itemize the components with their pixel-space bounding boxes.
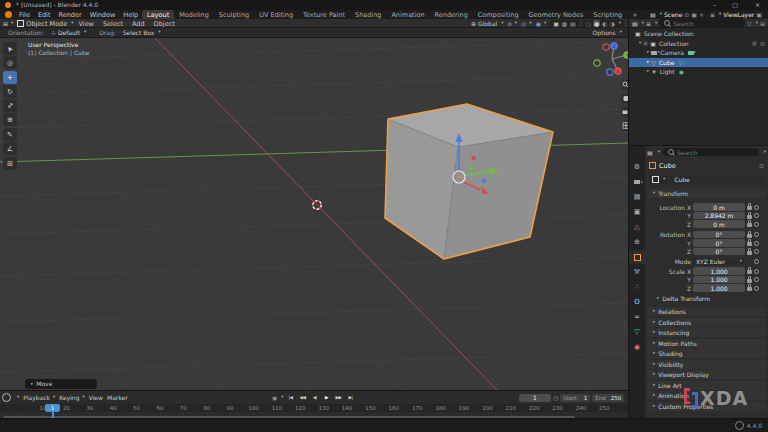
auto-key-icon[interactable]: ◉: [272, 394, 277, 401]
tab-compositing[interactable]: Compositing: [473, 10, 524, 20]
navigation-gizmo[interactable]: ZYX: [594, 42, 628, 75]
rotation-y-field[interactable]: 0°: [693, 239, 745, 247]
outliner-row-collection[interactable]: ▾ ✓ ▣ Collection ✓ ⊙: [629, 39, 768, 48]
menu-select[interactable]: Select: [99, 20, 127, 28]
animate-dot-icon[interactable]: [754, 259, 759, 264]
tab-sculpting[interactable]: Sculpting: [214, 10, 254, 20]
location-x-field[interactable]: 0 m: [693, 203, 745, 211]
add-workspace-button[interactable]: +: [627, 10, 642, 20]
menu-window[interactable]: Window: [86, 11, 120, 19]
menu-playback[interactable]: Playback▾: [23, 394, 55, 401]
tab-texture-paint[interactable]: Texture Paint: [298, 10, 350, 20]
rotation-mode-dropdown[interactable]: XYZ Euler ▾: [693, 258, 745, 266]
lock-icon[interactable]: [747, 270, 752, 274]
outliner-editor-icon[interactable]: ▤: [632, 20, 638, 27]
tool-annotate[interactable]: ✎: [3, 128, 17, 141]
menu-object[interactable]: Object: [150, 20, 179, 28]
lock-icon[interactable]: [747, 251, 752, 255]
expand-caret-icon[interactable]: ▸: [647, 69, 649, 74]
tool-scale[interactable]: ↕: [3, 99, 17, 112]
viewlayer-name[interactable]: ViewLayer: [723, 11, 754, 18]
app-menu-icon[interactable]: [5, 11, 12, 18]
tab-material[interactable]: ◉: [629, 340, 645, 354]
menu-view-timeline[interactable]: View: [89, 394, 103, 401]
new-collection-icon[interactable]: ⊞: [760, 20, 765, 27]
lock-icon[interactable]: [747, 279, 752, 283]
outliner-row-scene-collection[interactable]: ▣ Scene Collection: [629, 29, 768, 38]
next-keyframe-button[interactable]: ▶▶: [334, 393, 344, 402]
panel-shading[interactable]: ▸Shading: [647, 349, 766, 358]
scale-x-field[interactable]: 1.000: [693, 267, 745, 275]
scene-name[interactable]: Scene: [664, 11, 682, 18]
expand-caret-icon[interactable]: ▸: [647, 50, 649, 55]
proportional-edit-toggle[interactable]: ◎▾: [521, 20, 532, 27]
scale-y-field[interactable]: 1.000: [693, 276, 745, 284]
nav-axis-y-neg[interactable]: [594, 60, 600, 66]
tab-tool[interactable]: ⚙: [629, 160, 645, 174]
end-frame-field[interactable]: End250: [592, 394, 624, 402]
collapse-caret-icon[interactable]: ▾: [639, 41, 641, 46]
panel-motion-paths[interactable]: ▸Motion Paths: [647, 339, 766, 348]
menu-file[interactable]: File: [15, 11, 34, 19]
tab-object-data[interactable]: ▽: [629, 325, 645, 339]
animate-dot-icon[interactable]: [754, 232, 759, 237]
tool-measure[interactable]: ∠: [3, 142, 17, 155]
menu-help[interactable]: Help: [119, 11, 142, 19]
expand-caret-icon[interactable]: ▸: [647, 60, 649, 65]
animate-dot-icon[interactable]: [754, 269, 759, 274]
pivot-point-dropdown[interactable]: ◉▾: [536, 20, 547, 27]
keying-clock-icon[interactable]: ◷: [553, 394, 558, 401]
tab-uv-editing[interactable]: UV Editing: [254, 10, 298, 20]
lock-icon[interactable]: [747, 234, 752, 238]
tab-scene[interactable]: △: [629, 220, 645, 234]
playhead-frame-badge[interactable]: 1: [45, 404, 60, 412]
tab-physics[interactable]: ʘ: [629, 295, 645, 309]
play-button[interactable]: ▶: [322, 393, 332, 402]
shading-wireframe-icon[interactable]: ○: [586, 20, 591, 27]
cube-object[interactable]: [385, 104, 553, 259]
snap-toggle[interactable]: ∩▾: [507, 20, 517, 27]
tool-move[interactable]: +: [3, 71, 17, 84]
viewlayer-browse-icon[interactable]: ≡: [710, 11, 715, 18]
tab-modifiers[interactable]: ⚒: [629, 265, 645, 279]
prev-keyframe-button[interactable]: ◀◀: [298, 393, 308, 402]
properties-search-input[interactable]: Search: [663, 148, 759, 156]
start-frame-field[interactable]: Start1: [560, 394, 590, 402]
lock-icon[interactable]: [747, 215, 752, 219]
viewlayer-selector[interactable]: ≡▾ ViewLayer ▣: [710, 11, 762, 18]
location-y-field[interactable]: 2.8942 m: [693, 212, 745, 220]
outliner-display-mode-icon[interactable]: ≡: [646, 20, 651, 27]
unlink-scene-icon[interactable]: ×: [699, 11, 704, 18]
properties-editor-icon[interactable]: ▤: [647, 149, 653, 156]
animate-dot-icon[interactable]: [754, 241, 759, 246]
timeline-ruler[interactable]: 1020304050607080901001101201301401501601…: [0, 404, 628, 412]
panel-collections[interactable]: ▸Collections: [647, 318, 766, 327]
animate-dot-icon[interactable]: [754, 213, 759, 218]
timeline-editor-icon[interactable]: [2, 393, 11, 402]
tab-view-layer[interactable]: ▣: [629, 205, 645, 219]
tab-render[interactable]: [629, 175, 645, 189]
menu-view[interactable]: View: [75, 20, 98, 28]
rotation-x-field[interactable]: 0°: [693, 231, 745, 239]
jump-to-end-button[interactable]: ▶|: [346, 393, 356, 402]
animate-dot-icon[interactable]: [754, 277, 759, 282]
exclude-checkbox[interactable]: ✓: [752, 41, 757, 46]
outliner-row-light[interactable]: ▸ ☀ Light ◉ ⊙: [629, 67, 768, 76]
close-button[interactable]: ×: [755, 1, 760, 8]
tab-rendering[interactable]: Rendering: [430, 10, 473, 20]
menu-edit[interactable]: Edit: [34, 11, 55, 19]
tab-particles[interactable]: ∴: [629, 280, 645, 294]
tab-geometry-nodes[interactable]: Geometry Nodes: [524, 10, 589, 20]
tab-output[interactable]: ▤: [629, 190, 645, 204]
show-gizmo-icon[interactable]: ▣: [553, 20, 559, 27]
location-z-field[interactable]: 0 m: [693, 220, 745, 228]
mode-dropdown[interactable]: Object Mode ▾: [17, 20, 73, 28]
tool-rotate[interactable]: ↻: [3, 85, 17, 98]
menu-render[interactable]: Render: [54, 11, 85, 19]
rotation-z-field[interactable]: 0°: [693, 248, 745, 256]
editor-type-icon[interactable]: ⊞: [3, 20, 8, 27]
menu-keying[interactable]: Keying▾: [59, 394, 84, 401]
outliner-row-camera[interactable]: ▸ Camera ⊙: [629, 48, 768, 57]
shading-material-icon[interactable]: ◐: [602, 20, 607, 27]
tool-add-cube[interactable]: ⊞: [3, 157, 17, 170]
